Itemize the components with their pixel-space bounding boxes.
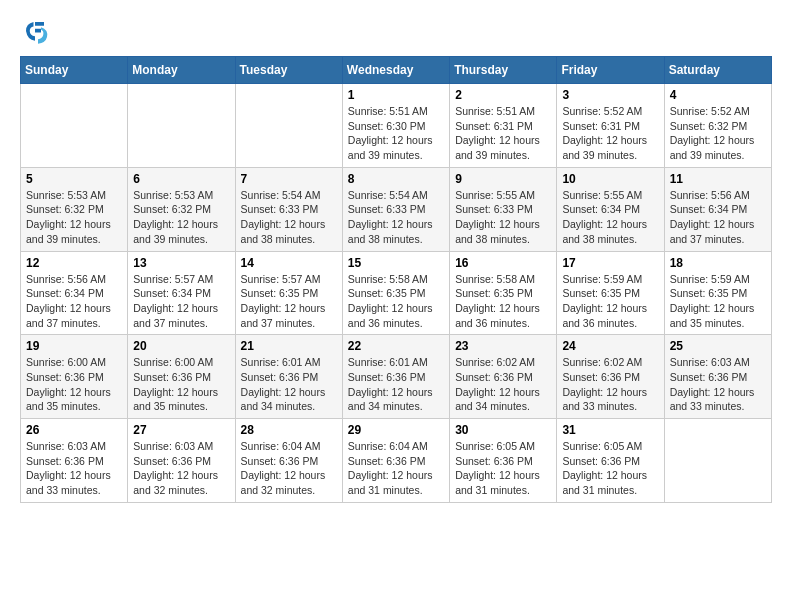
day-cell: 13Sunrise: 5:57 AM Sunset: 6:34 PM Dayli… xyxy=(128,251,235,335)
day-number: 26 xyxy=(26,423,122,437)
day-cell: 4Sunrise: 5:52 AM Sunset: 6:32 PM Daylig… xyxy=(664,84,771,168)
day-cell: 8Sunrise: 5:54 AM Sunset: 6:33 PM Daylig… xyxy=(342,167,449,251)
day-cell: 31Sunrise: 6:05 AM Sunset: 6:36 PM Dayli… xyxy=(557,419,664,503)
day-number: 17 xyxy=(562,256,658,270)
day-number: 29 xyxy=(348,423,444,437)
day-cell: 6Sunrise: 5:53 AM Sunset: 6:32 PM Daylig… xyxy=(128,167,235,251)
day-cell: 26Sunrise: 6:03 AM Sunset: 6:36 PM Dayli… xyxy=(21,419,128,503)
day-cell xyxy=(128,84,235,168)
day-cell: 7Sunrise: 5:54 AM Sunset: 6:33 PM Daylig… xyxy=(235,167,342,251)
day-cell: 1Sunrise: 5:51 AM Sunset: 6:30 PM Daylig… xyxy=(342,84,449,168)
day-cell: 23Sunrise: 6:02 AM Sunset: 6:36 PM Dayli… xyxy=(450,335,557,419)
day-number: 25 xyxy=(670,339,766,353)
day-info: Sunrise: 5:54 AM Sunset: 6:33 PM Dayligh… xyxy=(241,188,337,247)
day-header-monday: Monday xyxy=(128,57,235,84)
day-header-sunday: Sunday xyxy=(21,57,128,84)
day-header-saturday: Saturday xyxy=(664,57,771,84)
day-number: 8 xyxy=(348,172,444,186)
day-info: Sunrise: 6:02 AM Sunset: 6:36 PM Dayligh… xyxy=(455,355,551,414)
day-cell: 29Sunrise: 6:04 AM Sunset: 6:36 PM Dayli… xyxy=(342,419,449,503)
day-cell: 10Sunrise: 5:55 AM Sunset: 6:34 PM Dayli… xyxy=(557,167,664,251)
day-number: 9 xyxy=(455,172,551,186)
day-number: 2 xyxy=(455,88,551,102)
day-header-thursday: Thursday xyxy=(450,57,557,84)
day-info: Sunrise: 5:58 AM Sunset: 6:35 PM Dayligh… xyxy=(455,272,551,331)
day-number: 7 xyxy=(241,172,337,186)
day-info: Sunrise: 5:58 AM Sunset: 6:35 PM Dayligh… xyxy=(348,272,444,331)
day-info: Sunrise: 6:02 AM Sunset: 6:36 PM Dayligh… xyxy=(562,355,658,414)
day-info: Sunrise: 6:03 AM Sunset: 6:36 PM Dayligh… xyxy=(133,439,229,498)
day-cell: 18Sunrise: 5:59 AM Sunset: 6:35 PM Dayli… xyxy=(664,251,771,335)
header-row: SundayMondayTuesdayWednesdayThursdayFrid… xyxy=(21,57,772,84)
day-header-tuesday: Tuesday xyxy=(235,57,342,84)
week-row-3: 12Sunrise: 5:56 AM Sunset: 6:34 PM Dayli… xyxy=(21,251,772,335)
day-number: 6 xyxy=(133,172,229,186)
calendar-table: SundayMondayTuesdayWednesdayThursdayFrid… xyxy=(20,56,772,503)
day-cell: 30Sunrise: 6:05 AM Sunset: 6:36 PM Dayli… xyxy=(450,419,557,503)
day-number: 14 xyxy=(241,256,337,270)
day-cell xyxy=(664,419,771,503)
day-number: 22 xyxy=(348,339,444,353)
day-cell: 22Sunrise: 6:01 AM Sunset: 6:36 PM Dayli… xyxy=(342,335,449,419)
day-info: Sunrise: 5:53 AM Sunset: 6:32 PM Dayligh… xyxy=(26,188,122,247)
day-number: 10 xyxy=(562,172,658,186)
week-row-4: 19Sunrise: 6:00 AM Sunset: 6:36 PM Dayli… xyxy=(21,335,772,419)
day-cell: 25Sunrise: 6:03 AM Sunset: 6:36 PM Dayli… xyxy=(664,335,771,419)
day-number: 5 xyxy=(26,172,122,186)
week-row-1: 1Sunrise: 5:51 AM Sunset: 6:30 PM Daylig… xyxy=(21,84,772,168)
day-number: 11 xyxy=(670,172,766,186)
day-info: Sunrise: 6:04 AM Sunset: 6:36 PM Dayligh… xyxy=(241,439,337,498)
day-cell: 12Sunrise: 5:56 AM Sunset: 6:34 PM Dayli… xyxy=(21,251,128,335)
day-cell: 17Sunrise: 5:59 AM Sunset: 6:35 PM Dayli… xyxy=(557,251,664,335)
day-info: Sunrise: 5:51 AM Sunset: 6:31 PM Dayligh… xyxy=(455,104,551,163)
day-cell: 15Sunrise: 5:58 AM Sunset: 6:35 PM Dayli… xyxy=(342,251,449,335)
day-info: Sunrise: 6:04 AM Sunset: 6:36 PM Dayligh… xyxy=(348,439,444,498)
day-cell: 5Sunrise: 5:53 AM Sunset: 6:32 PM Daylig… xyxy=(21,167,128,251)
day-number: 12 xyxy=(26,256,122,270)
day-info: Sunrise: 5:55 AM Sunset: 6:34 PM Dayligh… xyxy=(562,188,658,247)
day-info: Sunrise: 6:01 AM Sunset: 6:36 PM Dayligh… xyxy=(241,355,337,414)
day-info: Sunrise: 6:03 AM Sunset: 6:36 PM Dayligh… xyxy=(26,439,122,498)
day-info: Sunrise: 6:00 AM Sunset: 6:36 PM Dayligh… xyxy=(26,355,122,414)
day-info: Sunrise: 6:00 AM Sunset: 6:36 PM Dayligh… xyxy=(133,355,229,414)
day-info: Sunrise: 5:52 AM Sunset: 6:32 PM Dayligh… xyxy=(670,104,766,163)
day-info: Sunrise: 6:03 AM Sunset: 6:36 PM Dayligh… xyxy=(670,355,766,414)
day-number: 31 xyxy=(562,423,658,437)
day-cell: 28Sunrise: 6:04 AM Sunset: 6:36 PM Dayli… xyxy=(235,419,342,503)
day-cell: 20Sunrise: 6:00 AM Sunset: 6:36 PM Dayli… xyxy=(128,335,235,419)
week-row-2: 5Sunrise: 5:53 AM Sunset: 6:32 PM Daylig… xyxy=(21,167,772,251)
day-cell: 16Sunrise: 5:58 AM Sunset: 6:35 PM Dayli… xyxy=(450,251,557,335)
day-info: Sunrise: 6:01 AM Sunset: 6:36 PM Dayligh… xyxy=(348,355,444,414)
day-number: 16 xyxy=(455,256,551,270)
day-info: Sunrise: 5:59 AM Sunset: 6:35 PM Dayligh… xyxy=(562,272,658,331)
day-number: 3 xyxy=(562,88,658,102)
day-cell: 14Sunrise: 5:57 AM Sunset: 6:35 PM Dayli… xyxy=(235,251,342,335)
day-number: 15 xyxy=(348,256,444,270)
day-number: 27 xyxy=(133,423,229,437)
day-info: Sunrise: 5:59 AM Sunset: 6:35 PM Dayligh… xyxy=(670,272,766,331)
day-cell: 19Sunrise: 6:00 AM Sunset: 6:36 PM Dayli… xyxy=(21,335,128,419)
day-number: 1 xyxy=(348,88,444,102)
day-cell xyxy=(235,84,342,168)
day-info: Sunrise: 5:56 AM Sunset: 6:34 PM Dayligh… xyxy=(26,272,122,331)
day-cell: 21Sunrise: 6:01 AM Sunset: 6:36 PM Dayli… xyxy=(235,335,342,419)
week-row-5: 26Sunrise: 6:03 AM Sunset: 6:36 PM Dayli… xyxy=(21,419,772,503)
day-cell: 11Sunrise: 5:56 AM Sunset: 6:34 PM Dayli… xyxy=(664,167,771,251)
day-number: 24 xyxy=(562,339,658,353)
page-header xyxy=(20,16,772,46)
logo xyxy=(20,16,54,46)
day-number: 30 xyxy=(455,423,551,437)
day-number: 20 xyxy=(133,339,229,353)
day-info: Sunrise: 5:52 AM Sunset: 6:31 PM Dayligh… xyxy=(562,104,658,163)
day-info: Sunrise: 5:57 AM Sunset: 6:35 PM Dayligh… xyxy=(241,272,337,331)
day-info: Sunrise: 5:54 AM Sunset: 6:33 PM Dayligh… xyxy=(348,188,444,247)
day-number: 13 xyxy=(133,256,229,270)
day-cell xyxy=(21,84,128,168)
day-cell: 2Sunrise: 5:51 AM Sunset: 6:31 PM Daylig… xyxy=(450,84,557,168)
day-header-wednesday: Wednesday xyxy=(342,57,449,84)
day-number: 21 xyxy=(241,339,337,353)
day-info: Sunrise: 5:53 AM Sunset: 6:32 PM Dayligh… xyxy=(133,188,229,247)
day-number: 19 xyxy=(26,339,122,353)
day-cell: 9Sunrise: 5:55 AM Sunset: 6:33 PM Daylig… xyxy=(450,167,557,251)
day-info: Sunrise: 5:57 AM Sunset: 6:34 PM Dayligh… xyxy=(133,272,229,331)
